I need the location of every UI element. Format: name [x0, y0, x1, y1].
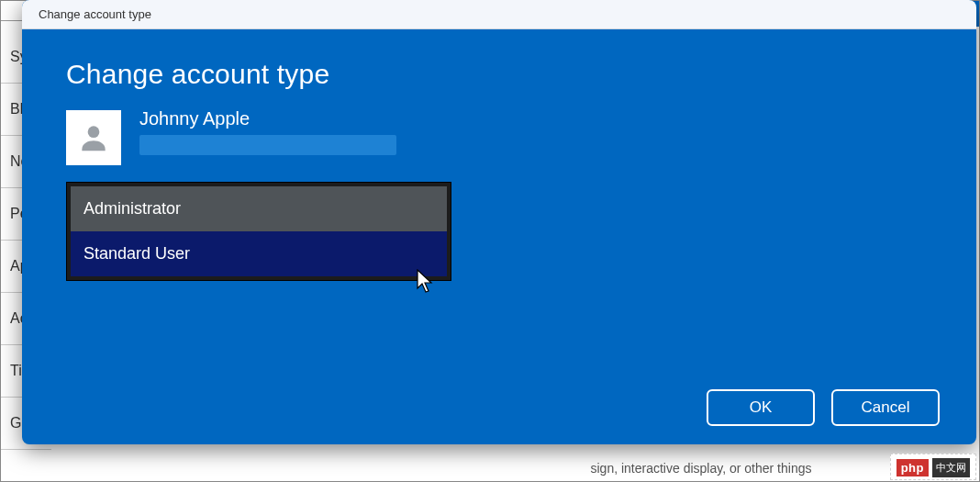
php-logo-icon: php — [896, 459, 929, 476]
dialog-titlebar[interactable]: Change account type — [22, 0, 976, 29]
user-text-block: Johnny Apple — [139, 110, 396, 155]
user-email-redacted — [139, 135, 396, 155]
dropdown-option-standard-user[interactable]: Standard User — [71, 231, 447, 276]
account-type-dropdown[interactable]: Administrator Standard User — [66, 182, 451, 281]
dialog-title-text: Change account type — [39, 7, 151, 21]
background-info-text: sign, interactive display, or other thin… — [441, 461, 961, 476]
ok-button[interactable]: OK — [707, 389, 815, 426]
dropdown-option-administrator[interactable]: Administrator — [71, 186, 447, 231]
dialog-footer: OK Cancel — [707, 389, 940, 426]
watermark-cn-text: 中文网 — [932, 458, 970, 477]
user-avatar — [66, 110, 121, 165]
dialog-heading: Change account type — [66, 59, 932, 90]
change-account-type-dialog: Change account type Change account type … — [22, 0, 976, 444]
watermark: php 中文网 — [890, 454, 976, 480]
svg-point-0 — [88, 126, 100, 138]
dialog-body: Change account type Johnny Apple Adminis… — [22, 29, 976, 444]
user-info-row: Johnny Apple — [66, 110, 932, 165]
user-display-name: Johnny Apple — [139, 108, 396, 129]
person-icon — [76, 120, 111, 155]
cancel-button[interactable]: Cancel — [831, 389, 940, 426]
